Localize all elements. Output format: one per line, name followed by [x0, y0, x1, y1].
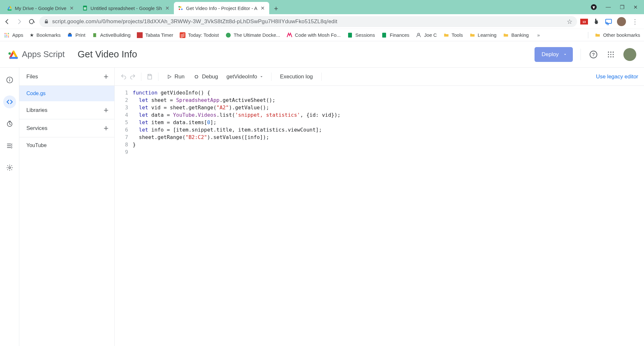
function-selector[interactable]: getVideoInfo — [224, 72, 266, 82]
rail-editor[interactable] — [3, 95, 16, 108]
bookmarks-overflow[interactable]: » — [537, 32, 540, 38]
add-file-icon[interactable]: + — [104, 72, 109, 82]
debug-label: Debug — [202, 74, 218, 80]
lastpass-icon[interactable]: 13 — [580, 18, 588, 25]
bookmark-apps[interactable]: Apps — [4, 32, 23, 38]
bookmark-sessions[interactable]: Sessions — [347, 32, 375, 38]
add-library-icon[interactable]: + — [104, 105, 109, 115]
cast-icon[interactable] — [605, 18, 612, 25]
close-icon[interactable]: ✕ — [69, 5, 74, 11]
todoist-icon — [180, 32, 185, 38]
new-tab-button[interactable]: + — [270, 3, 281, 14]
rail-executions[interactable] — [3, 139, 16, 152]
service-item-youtube[interactable]: YouTube — [19, 137, 114, 153]
file-item-code[interactable]: Code.gs — [19, 86, 114, 101]
apps-launcher-icon[interactable] — [606, 50, 616, 59]
appsscript-header: Apps Script Get Video Info Deploy ? — [0, 41, 644, 68]
bookmark-banking[interactable]: Banking — [503, 32, 529, 38]
star-icon[interactable]: ☆ — [567, 18, 573, 25]
profile-avatar[interactable] — [617, 17, 626, 26]
bookmark-print[interactable]: Print — [67, 32, 85, 38]
appsscript-favicon — [178, 5, 184, 11]
bookmark-finances[interactable]: Finances — [381, 32, 409, 38]
browser-tab-sheets[interactable]: Untitled spreadsheet - Google Sh ✕ — [78, 2, 174, 14]
execution-log-button[interactable]: Execution log — [277, 72, 316, 82]
bookmark-tabata[interactable]: Tabata Timer — [137, 32, 173, 38]
forward-button[interactable] — [15, 17, 24, 26]
svg-rect-50 — [149, 74, 151, 75]
play-icon — [167, 74, 172, 79]
svg-rect-30 — [348, 33, 352, 37]
code-editor[interactable]: 123456789 function getVideoInfo() { let … — [115, 86, 644, 346]
reload-button[interactable] — [27, 17, 36, 26]
tab-title: Untitled spreadsheet - Google Sh — [90, 5, 162, 11]
account-avatar[interactable] — [623, 48, 636, 61]
svg-rect-27 — [137, 32, 143, 38]
bookmark-docker[interactable]: The Ultimate Docke... — [225, 32, 280, 38]
services-section-header[interactable]: Services + — [19, 119, 114, 137]
url-field[interactable]: script.google.com/u/0/home/projects/18dX… — [39, 16, 577, 27]
bookmark-mosh[interactable]: Code with Mosh Fo... — [287, 32, 341, 38]
browser-tab-drive[interactable]: My Drive - Google Drive ✕ — [3, 2, 78, 14]
close-icon[interactable]: ✕ — [165, 5, 170, 11]
run-button[interactable]: Run — [164, 72, 188, 82]
use-legacy-editor-link[interactable]: Use legacy editor — [596, 74, 638, 80]
file-name: Code.gs — [26, 91, 46, 96]
other-bookmarks[interactable]: Other bookmarks — [595, 32, 640, 38]
chrome-menu-icon[interactable]: ⋮ — [630, 17, 639, 26]
bookmark-joec[interactable]: Joe C — [416, 32, 437, 38]
svg-rect-24 — [68, 34, 72, 37]
account-badge-icon[interactable]: ▾ — [591, 4, 597, 10]
editor-toolbar: Run Debug getVideoInfo Execution log Use… — [115, 68, 644, 86]
help-button[interactable]: ? — [589, 50, 598, 59]
rail-triggers[interactable] — [3, 117, 16, 130]
debug-button[interactable]: Debug — [190, 72, 221, 82]
rail-overview[interactable] — [3, 74, 16, 86]
svg-rect-25 — [69, 33, 71, 35]
bookmark-learning[interactable]: Learning — [469, 32, 497, 38]
svg-point-21 — [5, 36, 5, 37]
bookmark-bookmarks[interactable]: ★Bookmarks — [30, 32, 61, 38]
svg-point-41 — [613, 54, 614, 55]
browser-tab-appsscript[interactable]: Get Video Info - Project Editor - A ✕ — [174, 2, 270, 14]
files-label: Files — [26, 74, 38, 80]
folder-icon — [595, 32, 601, 38]
save-button[interactable] — [147, 74, 153, 80]
svg-point-38 — [613, 51, 614, 53]
redo-button[interactable] — [129, 74, 136, 80]
appsscript-logo[interactable]: Apps Script — [8, 49, 65, 60]
deploy-label: Deploy — [542, 51, 559, 58]
divider — [581, 49, 581, 60]
project-title[interactable]: Get Video Info — [78, 49, 137, 60]
divider — [321, 73, 322, 81]
deploy-button[interactable]: Deploy — [535, 47, 573, 62]
extensions-icon[interactable] — [592, 18, 600, 25]
code-body[interactable]: function getVideoInfo() { let sheet = Sp… — [133, 89, 644, 346]
svg-point-15 — [5, 33, 5, 34]
undo-button[interactable] — [120, 74, 127, 80]
svg-point-19 — [6, 35, 7, 35]
folder-icon — [503, 32, 509, 38]
svg-text:?: ? — [592, 52, 595, 57]
svg-point-7 — [179, 9, 180, 10]
url-text: script.google.com/u/0/home/projects/18dX… — [52, 18, 337, 25]
svg-point-43 — [610, 56, 611, 57]
main-area: Files + Code.gs Libraries + Services + Y… — [0, 68, 644, 346]
maximize-icon[interactable]: ❐ — [620, 4, 624, 10]
bookmark-activebuilding[interactable]: ActiveBuilding — [92, 32, 130, 38]
back-button[interactable] — [3, 17, 12, 26]
rail-settings[interactable] — [3, 161, 16, 174]
close-icon[interactable]: ✕ — [260, 5, 265, 11]
files-section-header[interactable]: Files + — [19, 68, 114, 86]
svg-point-9 — [181, 9, 183, 10]
close-window-icon[interactable]: ✕ — [633, 4, 638, 10]
libraries-section-header[interactable]: Libraries + — [19, 101, 114, 119]
bookmark-tools[interactable]: Tools — [443, 32, 463, 38]
person-icon — [416, 32, 421, 38]
sheets-icon — [381, 32, 387, 38]
browser-tab-strip: My Drive - Google Drive ✕ Untitled sprea… — [0, 0, 644, 14]
bookmark-todoist[interactable]: Today: Todoist — [180, 32, 219, 38]
add-service-icon[interactable]: + — [104, 123, 109, 133]
minimize-icon[interactable]: ― — [606, 4, 611, 10]
svg-rect-26 — [93, 33, 96, 37]
